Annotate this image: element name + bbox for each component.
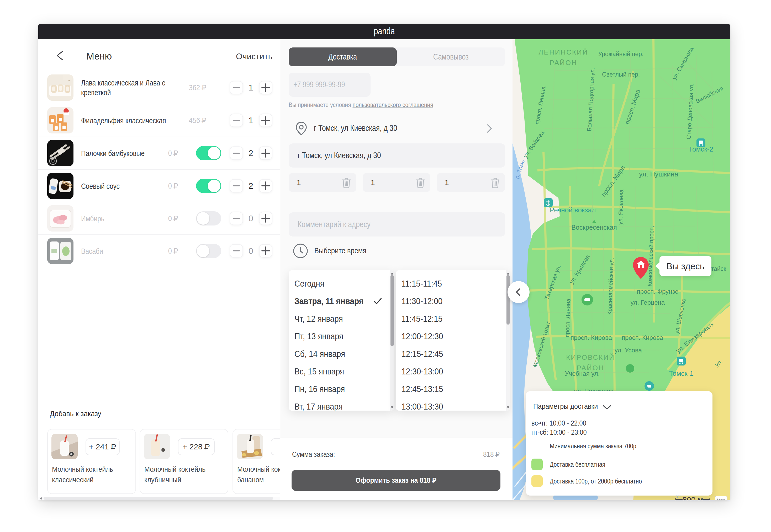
svg-text:просп. Кирова: просп. Кирова [622, 334, 663, 341]
svg-text:Речной вокзал: Речной вокзал [550, 206, 596, 214]
svg-text:Урожайный пер.: Урожайный пер. [598, 51, 644, 57]
svg-text:ул. Герцена: ул. Герцена [631, 299, 665, 306]
svg-text:просп. Ленина: просп. Ленина [564, 298, 571, 337]
svg-text:просп. Фрунзе: просп. Фрунзе [637, 288, 679, 295]
svg-text:ул. Яковлева: ул. Яковлева [617, 189, 625, 225]
svg-text:Учебная ул.: Учебная ул. [565, 370, 600, 377]
svg-text:КИРОВСКИЙ: КИРОВСКИЙ [566, 353, 615, 361]
svg-text:Томск-1: Томск-1 [669, 369, 694, 377]
svg-text:800 м: 800 м [682, 495, 703, 500]
svg-text:просп. Кирова: просп. Кирова [570, 334, 612, 341]
svg-text:Воскресенская: Воскресенская [571, 224, 617, 231]
svg-text:ул. Усова: ул. Усова [615, 347, 642, 354]
svg-text:ул. Пушкина: ул. Пушкина [639, 170, 678, 178]
svg-text:РАЙОН: РАЙОН [549, 59, 577, 67]
svg-text:Светлый пер.: Светлый пер. [602, 71, 640, 78]
svg-text:ЛЕНИНСКИЙ: ЛЕНИНСКИЙ [539, 48, 589, 56]
